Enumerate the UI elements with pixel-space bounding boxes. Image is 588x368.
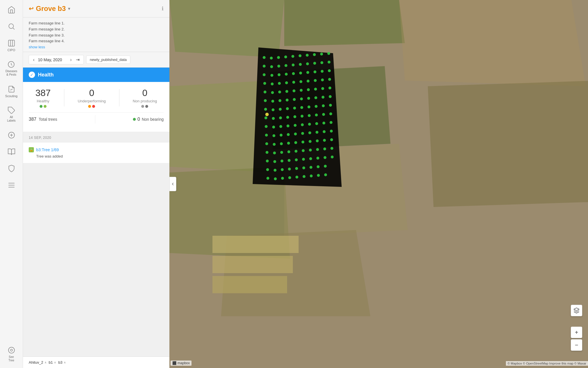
scouting-section: 14 SEP, 2020 🔒 b3:Tree 1/69 Tree was add… <box>23 133 169 163</box>
svg-point-15 <box>8 347 14 353</box>
scouting-tree-header: 🔒 b3:Tree 1/69 <box>29 147 164 152</box>
svg-point-96 <box>293 98 296 101</box>
sidebar-item-book[interactable] <box>7 148 16 156</box>
svg-point-125 <box>307 88 310 91</box>
svg-point-117 <box>302 149 305 152</box>
svg-point-167 <box>328 61 330 64</box>
zoom-in-button[interactable]: + <box>571 327 582 338</box>
back-icon[interactable]: ↩ <box>29 5 34 12</box>
date-last-button[interactable]: ⇥ <box>75 57 80 62</box>
farm-message-3: Farm message line 3. <box>29 32 164 39</box>
current-date: 10 May, 2020 <box>38 57 67 62</box>
healthy-dots <box>40 105 47 108</box>
sidebar-item-shield[interactable] <box>7 164 16 172</box>
grove-name: Grove b3 <box>36 5 66 13</box>
dropdown-icon[interactable]: ▾ <box>68 6 70 11</box>
date-prev-button[interactable]: ‹ <box>32 57 35 62</box>
svg-point-122 <box>306 62 309 65</box>
info-icon[interactable]: ℹ <box>162 5 164 12</box>
breadcrumb-item-0[interactable]: Ahituv_2 ∧ <box>29 360 47 365</box>
svg-point-69 <box>279 125 282 128</box>
svg-point-82 <box>286 107 289 110</box>
svg-point-155 <box>321 87 324 90</box>
trees-row: 387 Total trees 0 Non bearing <box>29 112 164 126</box>
sidebar-item-labels[interactable]: AllLabels <box>7 106 16 122</box>
date-navigation[interactable]: ‹ 10 May, 2020 › ⇥ <box>29 55 84 64</box>
sidebar-item-diseases[interactable]: Diseases& Pests <box>5 60 17 76</box>
breadcrumb-chevron-0: ∧ <box>45 361 47 364</box>
map-area[interactable]: + − ⬛ mapbox © Mapbox © OpenStreetMap Im… <box>169 0 588 368</box>
breadcrumb-item-2[interactable]: b3 ∧ <box>58 360 65 365</box>
svg-point-104 <box>295 167 298 170</box>
non-producing-dot-2 <box>145 105 148 108</box>
tree-id[interactable]: b3:Tree 1/69 <box>36 147 59 152</box>
scouting-date: 14 SEP, 2020 <box>23 133 169 143</box>
svg-point-139 <box>314 79 317 82</box>
svg-rect-29 <box>212 276 287 293</box>
underperforming-dots <box>88 105 95 108</box>
svg-point-121 <box>306 54 309 57</box>
stat-divider-2 <box>119 89 119 106</box>
svg-point-108 <box>299 72 302 74</box>
breadcrumb-item-1[interactable]: b1 ∧ <box>49 360 56 365</box>
svg-point-162 <box>323 147 326 150</box>
svg-point-46 <box>270 57 273 60</box>
breadcrumb-label-2: b3 <box>58 360 62 365</box>
healthy-count: 387 <box>35 88 51 98</box>
svg-point-103 <box>295 158 298 161</box>
svg-point-41 <box>265 142 268 145</box>
svg-point-101 <box>294 141 297 144</box>
date-bar: ‹ 10 May, 2020 › ⇥ newly_published_data <box>23 52 169 68</box>
farm-messages: Farm message line 1. Farm message line 2… <box>23 18 169 52</box>
svg-point-114 <box>301 123 304 126</box>
content-area: ✓ Health 387 Healthy 0 Underperforming <box>23 68 169 356</box>
sidebar-item-menu[interactable] <box>7 181 16 189</box>
svg-point-131 <box>309 140 312 143</box>
panel-toggle-button[interactable] <box>169 177 176 191</box>
svg-point-99 <box>294 124 297 127</box>
sidebar-item-search[interactable] <box>7 22 16 30</box>
svg-point-81 <box>286 99 289 101</box>
svg-point-115 <box>301 132 304 135</box>
svg-point-102 <box>295 150 297 153</box>
svg-rect-27 <box>212 236 299 253</box>
sidebar-item-scouting[interactable]: Scouting <box>5 85 18 98</box>
svg-point-118 <box>302 158 305 161</box>
svg-point-74 <box>281 168 284 171</box>
non-producing-count: 0 <box>142 88 148 98</box>
svg-point-151 <box>320 53 323 55</box>
non-producing-dot-1 <box>141 105 144 108</box>
svg-point-134 <box>310 166 312 169</box>
scouting-item-0: 🔒 b3:Tree 1/69 Tree was added <box>23 143 169 163</box>
svg-point-140 <box>314 88 317 91</box>
health-tab[interactable]: ✓ Health <box>23 68 169 82</box>
show-less-link[interactable]: show less <box>29 45 45 49</box>
panel-toggle-icon <box>171 182 175 186</box>
svg-point-179 <box>265 113 269 116</box>
lock-icon: 🔒 <box>29 147 34 152</box>
svg-point-156 <box>322 96 324 99</box>
healthy-dot-2 <box>44 105 47 108</box>
map-layers-button[interactable] <box>571 305 582 316</box>
sidebar-diseases-label: Diseases& Pests <box>5 70 17 76</box>
healthy-dot-1 <box>40 105 42 108</box>
svg-point-65 <box>278 91 281 93</box>
svg-point-35 <box>264 91 266 93</box>
svg-point-159 <box>322 122 325 124</box>
date-next-button[interactable]: › <box>69 57 72 62</box>
svg-point-52 <box>272 108 274 111</box>
svg-point-109 <box>299 80 302 83</box>
svg-point-119 <box>302 166 305 169</box>
svg-point-164 <box>324 165 327 168</box>
sidebar-item-home[interactable] <box>7 6 16 14</box>
zoom-out-button[interactable]: − <box>571 339 582 351</box>
svg-point-61 <box>277 56 280 59</box>
sidebar-item-add[interactable] <box>7 131 16 139</box>
svg-point-141 <box>314 96 317 99</box>
svg-point-79 <box>285 81 288 84</box>
svg-point-172 <box>329 104 332 107</box>
sidebar-item-cipo[interactable]: CIPO <box>7 39 16 52</box>
sidebar-item-see-tree[interactable]: SeeTree <box>7 346 16 362</box>
svg-point-95 <box>293 89 295 92</box>
svg-point-59 <box>274 169 276 172</box>
